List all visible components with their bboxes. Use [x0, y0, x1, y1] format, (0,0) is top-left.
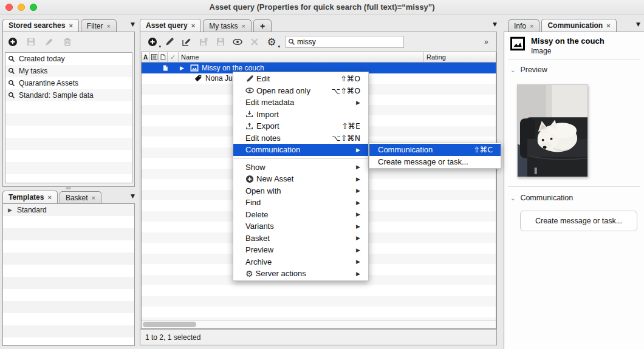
list-item[interactable]: Quarantine Assets — [5, 77, 132, 89]
search-input[interactable] — [297, 38, 394, 46]
menu-item-edit-notes[interactable]: Edit notes ⌥⇧⌘N — [233, 132, 368, 144]
close-icon[interactable]: × — [47, 194, 51, 200]
close-icon[interactable]: × — [241, 23, 245, 29]
play-icon[interactable]: ▶ — [180, 65, 184, 71]
table-header-row: A ✓ Name Rating — [142, 52, 496, 63]
stored-searches-list: Created today My tasks Quarantine Assets… — [5, 52, 132, 183]
cancel-button[interactable] — [248, 35, 261, 49]
chevron-down-icon[interactable]: ⌄ — [510, 195, 515, 202]
save-button[interactable] — [214, 35, 227, 49]
tab-info[interactable]: Info × — [508, 19, 540, 32]
tab-basket[interactable]: Basket × — [60, 191, 101, 203]
menu-item-new-asset[interactable]: New Asset ▶ — [233, 173, 368, 185]
menu-label: Archive — [245, 257, 272, 266]
menu-item-export[interactable]: Export ⇧⌘E — [233, 120, 368, 132]
menu-item-variants[interactable]: Variants ▶ — [233, 220, 368, 232]
floppy-icon — [216, 37, 225, 47]
menu-item-find[interactable]: Find ▶ — [233, 197, 368, 209]
menu-item-open-read-only[interactable]: Open read only ⌥⇧⌘O — [233, 85, 368, 97]
new-asset-button[interactable]: ▾ — [146, 35, 159, 49]
quick-search-field[interactable] — [286, 36, 404, 48]
menu-label: Communication — [378, 145, 433, 154]
tab-templates[interactable]: Templates × — [2, 191, 58, 203]
disclosure-triangle-icon[interactable]: ▶ — [8, 207, 12, 213]
add-search-button[interactable] — [6, 35, 19, 49]
list-item[interactable]: My tasks — [5, 65, 132, 77]
save-search-button[interactable] — [24, 35, 38, 49]
caret-down-icon: ▾ — [159, 44, 161, 49]
edit-search-button[interactable] — [43, 35, 56, 49]
close-icon[interactable]: × — [606, 22, 610, 29]
add-tab-button[interactable]: + — [253, 19, 272, 32]
menu-shortcut: ⌥⇧⌘O — [332, 86, 360, 95]
chevron-down-icon[interactable]: ⌄ — [510, 67, 515, 73]
column-rating[interactable]: Rating — [424, 52, 496, 62]
menu-item-preview[interactable]: Preview ▶ — [233, 244, 368, 256]
close-icon[interactable]: × — [92, 195, 95, 201]
search-icon — [8, 92, 15, 99]
edit-asset-button[interactable] — [163, 35, 176, 49]
menu-item-server-actions[interactable]: ⚙ Server actions ▶ — [233, 268, 368, 280]
column-name[interactable]: Name — [179, 52, 424, 62]
scrollbar-thumb[interactable] — [143, 322, 196, 327]
save-version-button[interactable] — [197, 35, 210, 49]
submenu-item-create-message[interactable]: Create message or task... — [369, 156, 501, 168]
menu-item-import[interactable]: Import — [233, 109, 368, 121]
submenu-arrow-icon: ▶ — [356, 271, 360, 277]
tab-communication[interactable]: Communication × — [541, 19, 616, 32]
tab-filter[interactable]: Filter × — [81, 19, 117, 32]
column-checked-out[interactable]: ✓ — [168, 52, 179, 62]
toolbar-overflow-icon[interactable]: » — [484, 38, 488, 46]
caret-down-icon: ▾ — [278, 44, 280, 49]
column-asset-format[interactable]: A — [142, 52, 150, 62]
section-preview[interactable]: ⌄ Preview — [510, 66, 547, 74]
plus-icon: + — [260, 21, 265, 31]
left-lower-tabbar: Templates × Basket × ▼ — [2, 191, 135, 203]
actions-gear-button[interactable]: ⚙ ▾ — [265, 35, 278, 49]
image-icon — [510, 36, 525, 51]
chevron-down-icon[interactable]: ▼ — [131, 193, 135, 202]
menu-item-edit-metadata[interactable]: Edit metadata ▶ — [233, 97, 368, 109]
menu-item-open-with[interactable]: Open with ▶ — [233, 185, 368, 197]
close-icon[interactable]: × — [69, 22, 72, 29]
create-message-button[interactable]: Create message or task... — [520, 211, 637, 231]
view-button[interactable] — [231, 35, 244, 49]
chevron-down-icon[interactable]: ▼ — [131, 21, 135, 30]
tab-my-tasks[interactable]: My tasks × — [203, 19, 252, 32]
tab-stored-searches[interactable]: Stored searches × — [2, 19, 79, 32]
delete-search-button[interactable] — [61, 35, 74, 49]
tab-asset-query[interactable]: Asset query × — [140, 19, 201, 32]
plus-circle-icon — [8, 37, 18, 47]
tag-icon — [194, 74, 202, 83]
menu-item-show[interactable]: Show ▶ — [233, 161, 368, 174]
communication-submenu: Communication ⇧⌘C Create message or task… — [369, 143, 501, 169]
template-item-standard[interactable]: ▶ Standard — [3, 204, 134, 216]
close-icon[interactable]: × — [107, 23, 111, 29]
chevron-down-icon[interactable]: ▼ — [493, 21, 497, 30]
submenu-item-communication[interactable]: Communication ⇧⌘C — [369, 144, 501, 156]
splitter-handle[interactable] — [66, 187, 71, 189]
submenu-arrow-icon: ▶ — [356, 200, 360, 206]
column-page[interactable] — [159, 52, 168, 62]
edit-metadata-button[interactable] — [180, 35, 193, 49]
menu-item-archive[interactable]: Archive ▶ — [233, 256, 368, 268]
close-icon[interactable]: × — [191, 22, 195, 29]
menu-item-communication[interactable]: Communication ▶ — [233, 144, 368, 156]
menu-item-delete[interactable]: Delete ▶ — [233, 209, 368, 221]
menu-label: Find — [245, 198, 261, 207]
menu-label: Open read only — [256, 86, 310, 95]
submenu-arrow-icon: ▶ — [356, 164, 360, 170]
section-communication[interactable]: ⌄ Communication — [510, 194, 573, 202]
horizontal-scrollbar[interactable] — [142, 320, 496, 328]
menu-item-edit[interactable]: Edit ⇧⌘O — [233, 73, 368, 85]
asset-preview-photo[interactable] — [517, 84, 588, 177]
chevron-down-icon[interactable]: ▼ — [636, 21, 640, 30]
stored-searches-toolbar — [6, 35, 74, 49]
main-toolbar: ▾ ⚙ ▾ — [146, 35, 404, 49]
list-item[interactable]: Standard: Sample data — [5, 89, 132, 101]
column-list-view[interactable] — [150, 52, 159, 62]
close-icon[interactable]: × — [530, 23, 533, 29]
menu-item-basket[interactable]: Basket ▶ — [233, 232, 368, 245]
tab-label: Asset query — [146, 21, 188, 30]
list-item[interactable]: Created today — [5, 53, 132, 65]
